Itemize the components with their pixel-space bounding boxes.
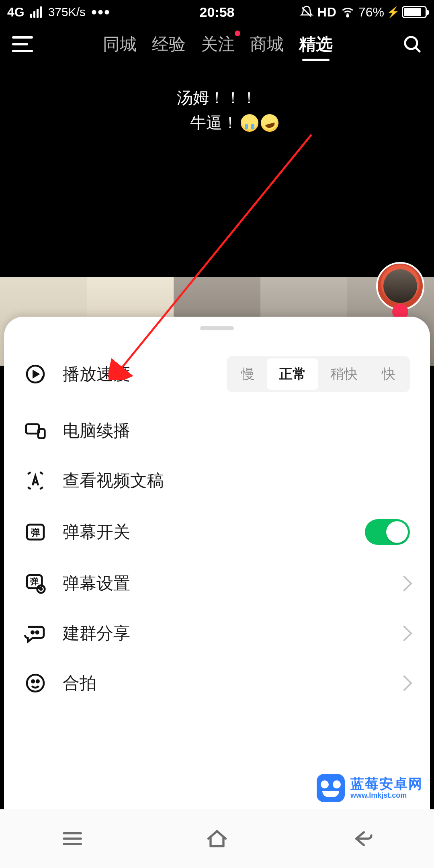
video-area[interactable]: 汤姆！！！ 牛逼！	[0, 64, 434, 277]
tab-same-city[interactable]: 同城	[103, 33, 137, 55]
chevron-right-icon	[396, 675, 412, 691]
tab-label: 精选	[299, 35, 333, 53]
row-continue-pc[interactable]: 电脑续播	[4, 406, 430, 456]
chevron-right-icon	[396, 625, 412, 641]
speed-option-slow[interactable]: 慢	[229, 358, 267, 390]
nav-recent-icon[interactable]	[59, 826, 85, 852]
barrage-text: 牛逼！	[190, 112, 238, 134]
devices-icon	[24, 420, 47, 442]
svg-point-12	[27, 675, 44, 692]
speed-option-normal[interactable]: 正常	[267, 358, 318, 390]
tab-experience[interactable]: 经验	[152, 33, 186, 55]
barrage-line: 牛逼！	[190, 112, 278, 134]
charging-icon: ⚡	[387, 6, 399, 18]
duet-label: 合拍	[63, 672, 399, 694]
speed-option-fast[interactable]: 快	[370, 358, 407, 390]
continue-pc-label: 电脑续播	[63, 420, 410, 442]
rofl-emoji-icon	[259, 112, 280, 134]
watermark-logo-icon	[317, 774, 345, 802]
speed-option-faster[interactable]: 稍快	[318, 358, 370, 390]
author-avatar[interactable]	[376, 262, 424, 310]
more-dots-icon: •••	[91, 10, 111, 14]
watermark-url: www.lmkjst.com	[350, 792, 423, 800]
status-left: 4G 375K/s •••	[7, 5, 111, 20]
tab-featured[interactable]: 精选	[299, 33, 333, 55]
wifi-icon	[341, 5, 354, 19]
svg-point-13	[32, 680, 34, 683]
nav-home-icon[interactable]	[204, 826, 230, 852]
hd-label: HD	[317, 5, 337, 20]
barrage-text: 汤姆！！！	[177, 87, 257, 109]
top-nav: 同城 经验 关注 商城 精选	[0, 24, 434, 64]
row-group-share[interactable]: 建群分享	[4, 608, 430, 658]
row-transcript[interactable]: 查看视频文稿	[4, 456, 430, 506]
tab-label: 同城	[103, 35, 137, 53]
tab-label: 关注	[201, 35, 235, 53]
danmu-settings-label: 弹幕设置	[63, 572, 399, 595]
battery-icon	[402, 6, 427, 18]
danmu-toggle-label: 弹幕开关	[63, 521, 365, 543]
network-speed: 375K/s	[48, 5, 86, 19]
menu-icon[interactable]	[12, 36, 33, 52]
watermark-text: 蓝莓安卓网 www.lmkjst.com	[350, 776, 423, 799]
battery: 76% ⚡	[358, 5, 427, 20]
row-play-speed: 播放速度 慢 正常 稍快 快	[4, 342, 430, 406]
danmu-icon: 弹	[24, 521, 47, 543]
toggle-knob	[386, 521, 408, 543]
row-danmu-toggle: 弹 弹幕开关	[4, 506, 430, 559]
chevron-right-icon	[396, 575, 412, 592]
tab-shop[interactable]: 商城	[250, 33, 284, 55]
nav-back-icon[interactable]	[349, 826, 375, 852]
battery-percent: 76%	[358, 5, 384, 20]
svg-text:弹: 弹	[31, 527, 40, 538]
crying-emoji-icon	[241, 114, 258, 132]
svg-point-11	[36, 631, 39, 634]
clock: 20:58	[200, 4, 235, 20]
row-danmu-settings[interactable]: 弹 弹幕设置	[4, 559, 430, 608]
svg-point-10	[31, 631, 34, 634]
svg-point-14	[37, 680, 39, 683]
notification-dot-icon	[235, 31, 240, 36]
svg-rect-3	[26, 424, 39, 434]
svg-point-0	[347, 15, 348, 17]
group-share-label: 建群分享	[63, 622, 399, 645]
transcript-icon	[24, 469, 47, 492]
search-icon[interactable]	[403, 35, 422, 54]
mute-icon	[300, 5, 313, 19]
status-right: HD 76% ⚡	[300, 5, 427, 20]
watermark-name: 蓝莓安卓网	[350, 776, 423, 791]
transcript-label: 查看视频文稿	[63, 469, 410, 492]
speed-icon	[24, 363, 47, 385]
play-speed-label: 播放速度	[63, 363, 227, 385]
options-sheet: 播放速度 慢 正常 稍快 快 电脑续播 查看视频文稿 弹 弹幕开关 弹 弹幕设置	[4, 317, 430, 809]
duet-icon	[24, 672, 47, 694]
tab-label: 商城	[250, 35, 284, 53]
barrage-line: 汤姆！！！	[177, 87, 257, 109]
danmu-toggle-switch[interactable]	[365, 519, 410, 545]
status-bar: 4G 375K/s ••• 20:58 HD 76% ⚡	[0, 0, 434, 24]
chat-group-icon	[24, 622, 47, 645]
row-duet[interactable]: 合拍	[4, 658, 430, 708]
watermark: 蓝莓安卓网 www.lmkjst.com	[312, 771, 428, 805]
network-type: 4G	[7, 5, 25, 20]
sheet-handle[interactable]	[200, 326, 234, 330]
tabs: 同城 经验 关注 商城 精选	[47, 33, 389, 55]
screen: 4G 375K/s ••• 20:58 HD 76% ⚡ 同城 经验 关注 商城…	[0, 0, 434, 868]
svg-text:弹: 弹	[30, 577, 39, 586]
signal-bars-icon	[30, 6, 42, 18]
android-nav-bar	[0, 809, 434, 868]
speed-segmented-control: 慢 正常 稍快 快	[227, 356, 410, 392]
danmu-settings-icon: 弹	[24, 572, 47, 595]
tab-follow[interactable]: 关注	[201, 33, 235, 55]
tab-label: 经验	[152, 35, 186, 53]
